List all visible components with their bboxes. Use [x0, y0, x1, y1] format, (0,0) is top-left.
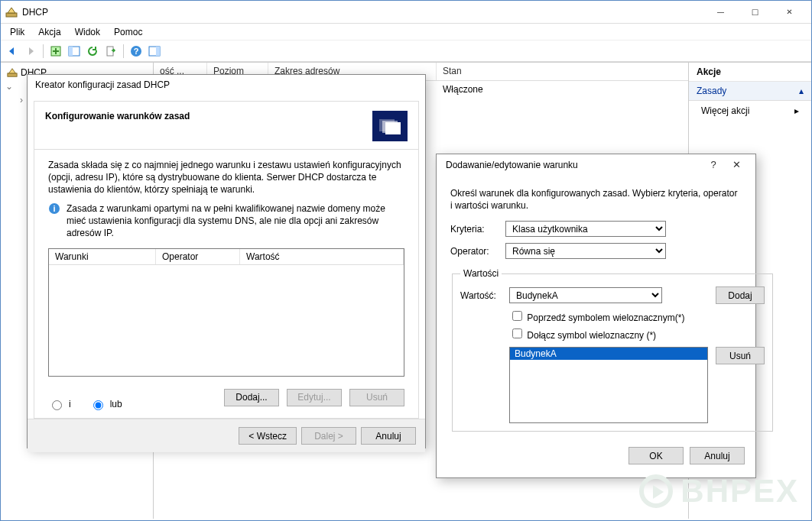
actions-group-label: Zasady	[697, 86, 726, 96]
cancel-button[interactable]: Anuluj	[361, 427, 416, 445]
add-condition-button[interactable]: Dodaj...	[224, 389, 279, 406]
svg-text:?: ?	[134, 47, 139, 56]
dhcp-app-icon	[7, 67, 18, 78]
value-select[interactable]: BudynekA	[509, 287, 662, 303]
condition-dialog: Dodawanie/edytowanie warunku ? ✕ Określ …	[436, 154, 756, 478]
svg-rect-12	[385, 122, 401, 134]
wizard-body: Zasada składa się z co najmniej jednego …	[34, 150, 419, 419]
wizard-header: Konfigurowanie warunków zasad	[34, 101, 419, 150]
menu-action[interactable]: Akcja	[32, 25, 67, 39]
list-header-operator[interactable]: Operator	[156, 249, 240, 264]
condition-intro: Określ warunek dla konfigurowanych zasad…	[450, 187, 742, 212]
svg-rect-3	[69, 47, 73, 56]
radio-or[interactable]: lub	[89, 398, 122, 410]
wizard-heading: Konfigurowanie warunków zasad	[45, 111, 190, 121]
delete-condition-button[interactable]: Usuń	[349, 389, 404, 406]
svg-text:i: i	[53, 204, 55, 213]
svg-rect-8	[156, 47, 160, 56]
wizard-dialog: Kreator konfiguracji zasad DHCP Konfigur…	[27, 74, 426, 448]
help-button[interactable]: ?	[128, 43, 145, 60]
ok-button[interactable]: OK	[628, 447, 684, 464]
close-button[interactable]: ✕	[772, 1, 807, 23]
menu-file[interactable]: Plik	[4, 25, 31, 39]
menu-help[interactable]: Pomoc	[108, 25, 148, 39]
list-header-conditions[interactable]: Warunki	[49, 249, 156, 264]
dhcp-app-icon	[5, 6, 18, 18]
collapse-icon: ▴	[799, 86, 804, 96]
chevron-right-icon: ▸	[794, 105, 799, 116]
show-hide-actions-button[interactable]	[146, 43, 163, 60]
next-button[interactable]: Dalej >	[301, 427, 356, 445]
condition-footer: OK Anuluj	[437, 439, 755, 472]
info-icon: i	[48, 202, 60, 215]
wizard-description: Zasada składa się z co najmniej jednego …	[48, 159, 404, 196]
dialog-help-button[interactable]: ?	[702, 159, 725, 170]
operator-label: Operator:	[450, 246, 499, 257]
svg-rect-4	[107, 47, 113, 56]
export-button[interactable]	[102, 43, 119, 60]
condition-titlebar[interactable]: Dodawanie/edytowanie warunku ? ✕	[437, 154, 755, 175]
nav-forward-button[interactable]	[22, 43, 39, 60]
wizard-info-text: Zasada z warunkami opartymi na w pełni k…	[67, 202, 404, 240]
menu-view[interactable]: Widok	[69, 25, 106, 39]
dialog-close-button[interactable]: ✕	[725, 159, 748, 170]
titlebar: DHCP — □ ✕	[1, 1, 811, 24]
main-window: DHCP — □ ✕ Plik Akcja Widok Pomoc ? DHCP	[0, 0, 812, 521]
refresh-button[interactable]	[84, 43, 101, 60]
actions-header: Akcje	[689, 63, 811, 82]
menubar: Plik Akcja Widok Pomoc	[1, 24, 811, 40]
selected-values-list[interactable]: BudynekA	[509, 347, 708, 423]
operator-select[interactable]: Równa się	[505, 243, 666, 259]
criteria-label: Kryteria:	[450, 224, 499, 235]
list-header-value[interactable]: Wartość	[240, 249, 404, 264]
actions-group[interactable]: Zasady ▴	[689, 82, 811, 101]
minimize-button[interactable]: —	[703, 1, 738, 23]
wizard-folders-icon	[372, 111, 408, 141]
add-button[interactable]	[47, 43, 64, 60]
values-fieldset: Wartości Wartość: BudynekA Dodaj Poprzed…	[452, 268, 773, 432]
svg-rect-0	[6, 13, 17, 17]
toolbar-divider	[43, 44, 44, 58]
nav-back-button[interactable]	[4, 43, 21, 60]
suffix-wildcard-checkbox[interactable]: Dołącz symbol wieloznaczny (*)	[509, 326, 765, 341]
condition-title: Dodawanie/edytowanie warunku	[446, 160, 702, 170]
add-value-button[interactable]: Dodaj	[716, 286, 765, 304]
radio-and[interactable]: i	[48, 398, 71, 410]
window-title: DHCP	[22, 7, 703, 18]
selected-value-item[interactable]: BudynekA	[510, 348, 707, 360]
conditions-list[interactable]: Warunki Operator Wartość	[48, 248, 404, 377]
actions-more[interactable]: Więcej akcji ▸	[689, 101, 811, 121]
toolbar: ?	[1, 40, 811, 62]
cancel-button[interactable]: Anuluj	[690, 447, 745, 464]
value-label: Wartość:	[460, 290, 503, 301]
wizard-titlebar[interactable]: Kreator konfiguracji zasad DHCP	[28, 75, 425, 95]
toolbar-divider	[123, 44, 124, 58]
tree-expand-icon[interactable]: ⌄	[5, 81, 13, 92]
column-header[interactable]: Stan	[437, 63, 688, 80]
values-legend: Wartości	[460, 268, 502, 279]
prefix-wildcard-checkbox[interactable]: Poprzedź symbolem wieloznacznym(*)	[509, 309, 765, 323]
cell-state: Włączone	[437, 81, 489, 98]
criteria-select[interactable]: Klasa użytkownika	[505, 221, 666, 237]
remove-value-button[interactable]: Usuń	[716, 347, 765, 364]
wizard-title: Kreator konfiguracji zasad DHCP	[35, 79, 170, 90]
svg-rect-9	[8, 73, 17, 76]
edit-condition-button[interactable]: Edytuj...	[287, 389, 342, 406]
show-hide-tree-button[interactable]	[66, 43, 83, 60]
maximize-button[interactable]: □	[738, 1, 772, 23]
wizard-footer: < Wstecz Dalej > Anuluj	[28, 419, 425, 452]
tree-expand-icon[interactable]: ›	[18, 95, 25, 105]
back-button[interactable]: < Wstecz	[239, 427, 297, 445]
